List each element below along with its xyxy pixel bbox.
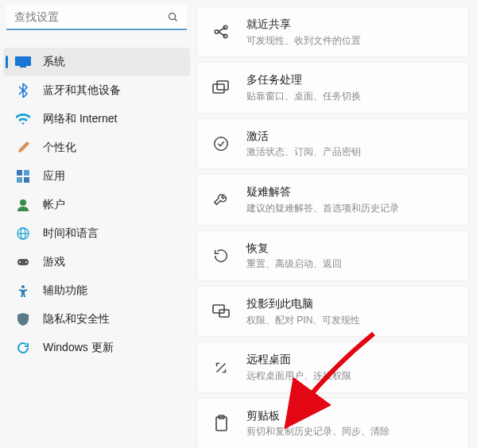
tile-text: 就近共享 可发现性、收到文件的位置	[246, 17, 361, 47]
svg-line-24	[217, 363, 226, 372]
shield-icon	[14, 312, 32, 326]
tile-sub: 激活状态、订阅、产品密钥	[246, 145, 361, 159]
sidebar-nav: 系统 蓝牙和其他设备 网络和 Internet 个性化	[0, 48, 193, 362]
svg-rect-19	[213, 84, 224, 93]
search-input[interactable]	[6, 5, 187, 30]
sidebar-item-label: 蓝牙和其他设备	[43, 83, 121, 98]
tile-title: 远程桌面	[246, 352, 351, 368]
wrench-icon	[210, 188, 232, 210]
project-icon	[210, 300, 232, 322]
tile-sub: 可发现性、收到文件的位置	[246, 34, 361, 48]
person-icon	[14, 198, 32, 212]
update-icon	[14, 341, 32, 355]
sidebar-item-label: 隐私和安全性	[43, 312, 110, 326]
sidebar-item-label: 应用	[43, 169, 65, 183]
apps-icon	[14, 169, 32, 183]
bluetooth-icon	[14, 83, 32, 98]
svg-point-21	[215, 137, 228, 151]
sidebar-item-time-language[interactable]: 时间和语言	[3, 219, 190, 248]
share-icon	[210, 21, 232, 43]
sidebar-item-personalization[interactable]: 个性化	[3, 133, 190, 162]
svg-point-0	[169, 14, 176, 20]
svg-rect-3	[20, 66, 26, 68]
system-icon	[14, 55, 32, 69]
sidebar-item-privacy[interactable]: 隐私和安全性	[3, 305, 190, 334]
brush-icon	[14, 141, 32, 155]
clipboard-icon	[210, 412, 232, 434]
tile-sub: 建议的疑难解答、首选项和历史记录	[246, 202, 399, 215]
tile-troubleshoot[interactable]: 疑难解答 建议的疑难解答、首选项和历史记录	[196, 174, 469, 225]
sidebar-item-accessibility[interactable]: 辅助功能	[3, 276, 190, 305]
tile-title: 多任务处理	[246, 72, 361, 88]
tile-multitasking[interactable]: 多任务处理 贴靠窗口、桌面、任务切换	[196, 62, 469, 113]
svg-rect-6	[17, 177, 22, 183]
tile-text: 多任务处理 贴靠窗口、桌面、任务切换	[246, 72, 361, 102]
tile-text: 远程桌面 远程桌面用户、连接权限	[246, 352, 351, 382]
search-container	[0, 5, 193, 38]
sidebar-item-label: 帐户	[43, 198, 65, 212]
accessibility-icon	[14, 284, 32, 298]
svg-rect-7	[24, 177, 29, 183]
sidebar-item-windows-update[interactable]: Windows 更新	[3, 334, 190, 362]
svg-rect-20	[217, 81, 228, 90]
tile-sub: 权限、配对 PIN、可发现性	[246, 314, 360, 327]
tile-projecting[interactable]: 投影到此电脑 权限、配对 PIN、可发现性	[196, 286, 469, 337]
tile-clipboard[interactable]: 剪贴板 剪切和复制历史记录、同步、清除	[196, 398, 469, 448]
globe-icon	[14, 226, 32, 241]
svg-rect-4	[17, 170, 22, 176]
sidebar-item-label: 个性化	[43, 141, 76, 155]
content-area: 就近共享 可发现性、收到文件的位置 多任务处理 贴靠窗口、桌面、任务切换 激活 …	[193, 0, 477, 448]
tile-title: 就近共享	[246, 17, 361, 33]
search-icon	[167, 11, 179, 26]
tile-text: 投影到此电脑 权限、配对 PIN、可发现性	[246, 296, 360, 326]
tile-activation[interactable]: 激活 激活状态、订阅、产品密钥	[196, 118, 469, 169]
gamepad-icon	[14, 255, 32, 269]
sidebar-item-accounts[interactable]: 帐户	[3, 191, 190, 219]
svg-point-15	[21, 285, 25, 288]
tile-nearby-sharing[interactable]: 就近共享 可发现性、收到文件的位置	[196, 6, 469, 57]
svg-line-1	[175, 19, 177, 21]
svg-rect-5	[24, 170, 29, 176]
svg-point-14	[25, 261, 27, 263]
tile-text: 剪贴板 剪切和复制历史记录、同步、清除	[246, 408, 390, 438]
sidebar-item-system[interactable]: 系统	[3, 48, 190, 76]
tile-title: 疑难解答	[246, 184, 399, 200]
tile-sub: 贴靠窗口、桌面、任务切换	[246, 90, 361, 103]
sidebar-item-label: Windows 更新	[43, 341, 114, 355]
svg-point-13	[19, 261, 21, 263]
tile-remote-desktop[interactable]: 远程桌面 远程桌面用户、连接权限	[196, 342, 469, 392]
sidebar-item-network[interactable]: 网络和 Internet	[3, 105, 190, 133]
sidebar-item-label: 网络和 Internet	[43, 112, 117, 126]
sidebar-item-apps[interactable]: 应用	[3, 162, 190, 191]
tile-title: 投影到此电脑	[246, 296, 360, 312]
svg-rect-2	[15, 56, 31, 66]
svg-rect-22	[213, 305, 224, 313]
tile-sub: 远程桌面用户、连接权限	[246, 369, 351, 383]
sidebar: 系统 蓝牙和其他设备 网络和 Internet 个性化	[0, 0, 193, 448]
svg-point-8	[20, 199, 26, 206]
tile-recovery[interactable]: 恢复 重置、高级启动、返回	[196, 230, 469, 281]
wifi-icon	[14, 112, 32, 126]
tile-sub: 剪切和复制历史记录、同步、清除	[246, 425, 390, 438]
check-circle-icon	[210, 133, 232, 155]
tile-text: 激活 激活状态、订阅、产品密钥	[246, 129, 361, 159]
tile-title: 恢复	[246, 241, 342, 257]
sidebar-item-label: 时间和语言	[43, 226, 99, 241]
sidebar-item-label: 辅助功能	[43, 284, 87, 298]
recovery-icon	[210, 245, 232, 267]
remote-icon	[210, 357, 232, 379]
sidebar-item-label: 游戏	[43, 255, 65, 269]
sidebar-item-gaming[interactable]: 游戏	[3, 248, 190, 276]
tile-title: 激活	[246, 129, 361, 145]
tile-sub: 重置、高级启动、返回	[246, 257, 342, 271]
sidebar-item-label: 系统	[43, 55, 65, 69]
svg-point-16	[215, 30, 219, 34]
tile-text: 恢复 重置、高级启动、返回	[246, 241, 342, 271]
tile-text: 疑难解答 建议的疑难解答、首选项和历史记录	[246, 184, 399, 214]
multitask-icon	[210, 77, 232, 99]
tile-title: 剪贴板	[246, 408, 390, 424]
sidebar-item-bluetooth[interactable]: 蓝牙和其他设备	[3, 76, 190, 105]
